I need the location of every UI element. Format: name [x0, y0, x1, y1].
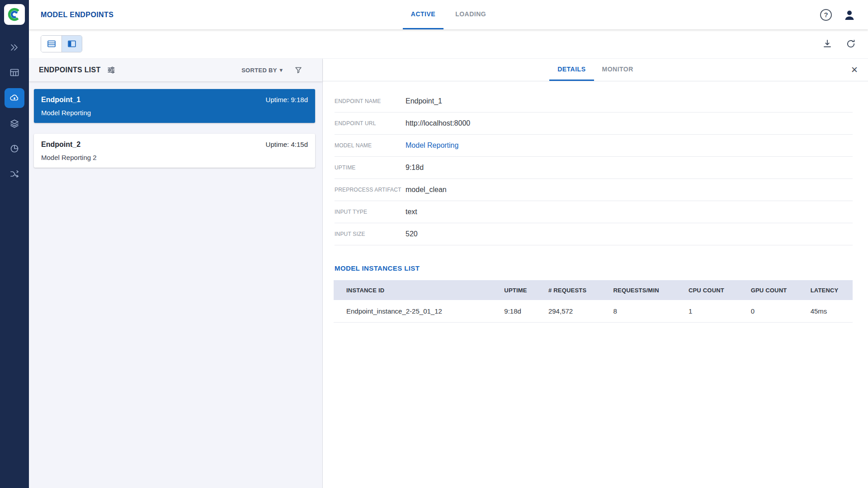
user-avatar[interactable] — [842, 7, 857, 23]
col-latency: LATENCY — [806, 280, 853, 300]
top-right-icons: ? — [820, 7, 868, 23]
col-requests: # REQUESTS — [544, 280, 609, 300]
cell-instance-id: Endpoint_instance_2-25_01_12 — [334, 300, 500, 322]
cell-latency: 45ms — [806, 300, 853, 322]
endpoints-cards: Endpoint_1 Uptime: 9:18d Model Reporting… — [29, 81, 322, 178]
col-uptime: UPTIME — [500, 280, 544, 300]
field-label: INPUT SIZE — [335, 231, 406, 237]
sidebar-item-experiments[interactable] — [0, 136, 29, 161]
details-fields: ENDPOINT NAME Endpoint_1 ENDPOINT URL ht… — [335, 90, 853, 245]
details-tabs: DETAILS MONITOR ✕ — [323, 59, 868, 81]
layers-icon — [9, 118, 20, 129]
sidebar — [0, 0, 29, 488]
field-value: 520 — [406, 230, 418, 238]
active-nav-tile — [5, 88, 24, 108]
grid-table-icon — [9, 67, 20, 78]
col-instance-id: INSTANCE ID — [334, 280, 500, 300]
sidebar-item-layers[interactable] — [0, 111, 29, 136]
tab-active[interactable]: ACTIVE — [403, 0, 443, 29]
col-requests-per-min: REQUESTS/MIN — [609, 280, 684, 300]
table-row[interactable]: Endpoint_instance_2-25_01_12 9:18d 294,5… — [334, 300, 853, 322]
app-root: MODEL ENDPOINTS ACTIVE LOADING ? — [0, 0, 868, 488]
cell-requests-per-min: 8 — [609, 300, 684, 322]
endpoints-list-panel: ENDPOINTS LIST SORTED BY ▾ — [29, 59, 323, 488]
col-gpu-count: GPU COUNT — [746, 280, 806, 300]
sidebar-item-flows[interactable] — [0, 161, 29, 187]
field-value: model_clean — [406, 186, 447, 194]
pie-circle-icon — [9, 143, 20, 154]
col-cpu-count: CPU COUNT — [684, 280, 746, 300]
logo-icon — [7, 7, 22, 22]
field-label: INPUT TYPE — [335, 209, 406, 215]
table-view-button[interactable] — [41, 36, 61, 52]
sidebar-item-resources[interactable] — [0, 60, 29, 85]
toolbar — [29, 29, 868, 59]
cell-cpu-count: 1 — [684, 300, 746, 322]
split-view-button[interactable] — [61, 36, 82, 52]
sidebar-item-deploy[interactable] — [0, 35, 29, 60]
page-title: MODEL ENDPOINTS — [41, 11, 113, 19]
field-label: ENDPOINT URL — [335, 120, 406, 127]
cell-gpu-count: 0 — [746, 300, 806, 322]
tune-filter-icon[interactable] — [107, 66, 115, 74]
endpoint-model: Model Reporting 2 — [41, 154, 308, 161]
endpoint-card-1[interactable]: Endpoint_1 Uptime: 9:18d Model Reporting — [34, 89, 315, 123]
details-panel: DETAILS MONITOR ✕ ENDPOINT NAME Endpoint… — [323, 59, 868, 488]
field-row-input-type: INPUT TYPE text — [335, 201, 853, 223]
field-value: text — [406, 208, 417, 216]
tab-monitor[interactable]: MONITOR — [594, 59, 642, 81]
endpoint-model: Model Reporting — [41, 109, 308, 117]
endpoints-list-header: ENDPOINTS LIST SORTED BY ▾ — [29, 59, 322, 81]
main-content: ENDPOINTS LIST SORTED BY ▾ — [29, 59, 868, 488]
view-toggle-group — [41, 35, 82, 52]
cell-requests: 294,572 — [544, 300, 609, 322]
field-value: http://localhost:8000 — [406, 119, 470, 127]
endpoint-name: Endpoint_2 — [41, 141, 80, 149]
flow-shuffle-icon — [9, 169, 20, 179]
split-view-icon — [67, 39, 77, 49]
table-view-icon — [47, 39, 57, 49]
help-icon[interactable]: ? — [820, 9, 832, 21]
field-value: Endpoint_1 — [406, 97, 442, 105]
close-icon[interactable]: ✕ — [851, 59, 858, 81]
sorted-by-dropdown[interactable]: SORTED BY ▾ — [241, 67, 283, 74]
details-body: ENDPOINT NAME Endpoint_1 ENDPOINT URL ht… — [323, 81, 868, 488]
field-label: ENDPOINT NAME — [335, 98, 406, 104]
field-row-model-name: MODEL NAME Model Reporting — [335, 135, 853, 157]
endpoint-name: Endpoint_1 — [41, 96, 80, 104]
auto-refresh-icon[interactable] — [845, 38, 856, 49]
sidebar-item-model-endpoints[interactable] — [0, 85, 29, 111]
tab-details[interactable]: DETAILS — [549, 59, 594, 81]
cloud-serving-icon — [9, 93, 20, 103]
caret-down-icon: ▾ — [280, 67, 283, 73]
model-name-link[interactable]: Model Reporting — [406, 141, 458, 150]
card-top-row: Endpoint_2 Uptime: 4:15d — [41, 141, 308, 149]
field-label: MODEL NAME — [335, 142, 406, 149]
endpoint-card-2[interactable]: Endpoint_2 Uptime: 4:15d Model Reporting… — [34, 134, 315, 168]
endpoint-uptime: Uptime: 4:15d — [266, 141, 308, 148]
model-instances-table: INSTANCE ID UPTIME # REQUESTS REQUESTS/M… — [334, 280, 853, 323]
app-logo[interactable] — [4, 4, 25, 25]
toolbar-right-icons — [822, 38, 868, 49]
cell-uptime: 9:18d — [500, 300, 544, 322]
field-row-endpoint-name: ENDPOINT NAME Endpoint_1 — [335, 90, 853, 113]
download-icon[interactable] — [822, 38, 833, 49]
field-label: UPTIME — [335, 164, 406, 171]
sorted-by-label: SORTED BY — [241, 67, 277, 74]
model-instances-title: MODEL INSTANCES LIST — [335, 264, 868, 272]
double-chevron-right-icon — [9, 42, 20, 53]
field-row-input-size: INPUT SIZE 520 — [335, 223, 853, 245]
table-header-row: INSTANCE ID UPTIME # REQUESTS REQUESTS/M… — [334, 280, 853, 300]
field-row-uptime: UPTIME 9:18d — [335, 157, 853, 179]
filter-funnel-icon[interactable] — [294, 66, 302, 74]
card-top-row: Endpoint_1 Uptime: 9:18d — [41, 96, 308, 104]
field-value: 9:18d — [406, 164, 424, 172]
endpoint-uptime: Uptime: 9:18d — [266, 96, 308, 103]
field-row-endpoint-url: ENDPOINT URL http://localhost:8000 — [335, 113, 853, 135]
field-row-preprocess-artifact: PREPROCESS ARTIFACT model_clean — [335, 179, 853, 201]
top-bar: MODEL ENDPOINTS ACTIVE LOADING ? — [29, 0, 868, 29]
field-label: PREPROCESS ARTIFACT — [335, 187, 406, 193]
endpoints-list-title: ENDPOINTS LIST — [39, 66, 101, 74]
tab-loading[interactable]: LOADING — [447, 0, 494, 29]
endpoint-state-tabs: ACTIVE LOADING — [29, 0, 868, 29]
